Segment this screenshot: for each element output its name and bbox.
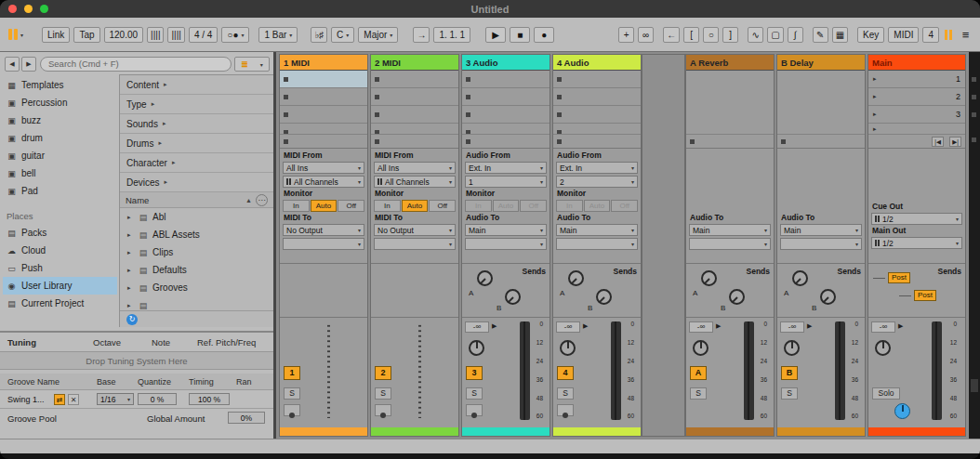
track-header[interactable]: 2 MIDI [371, 55, 458, 71]
volume-field[interactable]: -∞ [780, 321, 804, 333]
input-routing-select[interactable]: Ext. In▾ [556, 162, 638, 174]
solo-button[interactable]: S [375, 387, 391, 400]
pan-knob[interactable] [560, 340, 576, 356]
nudge-up-button[interactable]: |||| [167, 27, 184, 43]
arrangement-position-field[interactable]: 1. 1. 1 [433, 27, 470, 43]
tempo-field[interactable]: 120.00 [104, 27, 144, 43]
record-button[interactable]: ● [534, 27, 554, 43]
volume-field[interactable]: -∞ [556, 321, 580, 333]
track-activator-button[interactable]: A [690, 366, 707, 380]
track-activator-button[interactable]: 1 [284, 366, 300, 380]
track-activator-button[interactable]: 2 [375, 366, 391, 380]
more-options-button[interactable]: ⋯ [256, 194, 268, 206]
clip-slot[interactable] [553, 88, 641, 106]
back-to-arrangement-button[interactable]: |◀ [932, 137, 944, 147]
pan-knob[interactable] [784, 340, 800, 356]
output-channel-select[interactable]: ▾ [465, 238, 547, 250]
track-header[interactable]: 1 MIDI [280, 55, 367, 71]
output-routing-select[interactable]: Main▾ [780, 224, 862, 236]
input-routing-select[interactable]: Ext. In▾ [465, 162, 547, 174]
folder-row-clips[interactable]: ▸▤Clips [120, 243, 273, 261]
clip-slot[interactable] [371, 71, 458, 88]
clip-slot[interactable] [553, 124, 641, 135]
send-b-knob[interactable] [729, 289, 745, 305]
solo-button[interactable]: S [466, 387, 483, 400]
volume-slider-handle[interactable]: ▶ [583, 322, 588, 330]
crossfader-knob[interactable] [894, 403, 910, 419]
input-channel-select[interactable]: All Channels▾ [283, 176, 364, 188]
send-a-knob[interactable] [701, 270, 717, 286]
send-b-knob[interactable] [505, 289, 521, 305]
sidebar-item-buzz[interactable]: ▣buzz [3, 111, 117, 129]
solo-button[interactable]: Solo [872, 387, 900, 400]
output-channel-select[interactable]: ▾ [689, 238, 771, 250]
clip-slot[interactable] [371, 88, 458, 106]
groove-name[interactable]: Swing 1... [7, 395, 45, 404]
solo-button[interactable]: S [284, 387, 300, 400]
solo-button[interactable]: S [690, 387, 707, 400]
groove-timing-field[interactable]: 100 % [189, 393, 230, 405]
minimize-button[interactable] [24, 5, 33, 13]
track-activator-button[interactable]: 3 [466, 366, 483, 380]
track-header[interactable]: A Reverb [686, 55, 774, 71]
pre-post-toggle-b[interactable]: Post [914, 290, 936, 301]
clip-slot[interactable] [280, 106, 367, 124]
send-b-knob[interactable] [820, 289, 836, 305]
sidebar-item-user-library[interactable]: ◉User Library [3, 277, 117, 295]
punch-out-button[interactable]: ] [722, 27, 738, 43]
monitor-in-button[interactable]: In [283, 200, 310, 212]
send-a-knob[interactable] [477, 270, 493, 286]
menu-button[interactable]: ≡ [958, 27, 973, 43]
monitor-auto-button[interactable]: Auto [493, 200, 520, 212]
output-routing-select[interactable]: Main▾ [465, 224, 547, 236]
stop-all-clips-button[interactable]: ▶| [949, 137, 961, 147]
clip-stop-slot[interactable] [280, 135, 367, 149]
clip-slot[interactable] [280, 124, 367, 135]
reenable-automation-button[interactable]: ← [663, 27, 680, 43]
zoom-button[interactable] [40, 5, 48, 13]
clip-slot[interactable] [553, 71, 641, 88]
folder-row-defaults[interactable]: ▸▤Defaults [120, 261, 273, 279]
pan-knob[interactable] [693, 340, 709, 356]
solo-button[interactable]: S [781, 387, 798, 400]
remove-groove-icon[interactable]: ✕ [68, 394, 79, 405]
filter-row-type[interactable]: Type▸ [120, 95, 273, 114]
folder-row-abl[interactable]: ▸▤Abl [120, 208, 273, 226]
output-routing-select[interactable]: No Output▾ [374, 224, 456, 236]
scene-slot[interactable]: ▸ [868, 124, 965, 135]
browser-forward-button[interactable]: ▶ [21, 57, 36, 72]
monitor-auto-button[interactable]: Auto [584, 200, 611, 212]
scene-play-icon[interactable]: ▸ [873, 125, 877, 133]
hot-swap-icon[interactable]: ⇄ [54, 394, 65, 405]
browser-back-button[interactable]: ◀ [5, 57, 20, 72]
play-button[interactable]: ▶ [485, 27, 506, 43]
output-channel-select[interactable]: ▾ [780, 238, 862, 250]
track-activator-button[interactable]: B [781, 366, 798, 380]
track-header[interactable]: Main [868, 55, 965, 71]
name-column-header[interactable]: Name ▲ ⋯ [120, 192, 273, 208]
automation-arm-button[interactable]: ∿ [748, 27, 763, 43]
filter-row-drums[interactable]: Drums▸ [120, 134, 273, 153]
sidebar-item-cloud[interactable]: ☁Cloud [3, 242, 117, 259]
nudge-down-button[interactable]: |||| [147, 27, 164, 43]
send-a-knob[interactable] [792, 270, 808, 286]
filter-row-devices[interactable]: Devices▸ [120, 173, 273, 192]
main-out-select[interactable]: 1/2▾ [871, 237, 962, 249]
sidebar-item-guitar[interactable]: ▣guitar [3, 147, 117, 164]
computer-midi-keyboard-button[interactable]: ▦ [832, 27, 848, 43]
volume-field[interactable]: -∞ [689, 321, 713, 333]
volume-field[interactable]: -∞ [465, 321, 489, 333]
volume-slider-handle[interactable]: ▶ [898, 322, 903, 330]
smooth-curve-button[interactable]: ∫ [788, 27, 803, 43]
scene-play-icon[interactable]: ▸ [873, 93, 877, 100]
track-header[interactable]: 3 Audio [462, 55, 550, 71]
filter-row-character[interactable]: Character▸ [120, 153, 273, 173]
loop-button[interactable]: ○ [703, 27, 719, 43]
sidebar-item-drum[interactable]: ▣drum [3, 129, 117, 147]
solo-button[interactable]: S [557, 387, 574, 400]
follow-button[interactable]: → [413, 27, 430, 43]
search-input[interactable]: Search (Cmd + F) [40, 57, 232, 72]
sidebar-item-percussion[interactable]: ▣Percussion [3, 94, 117, 111]
key-map-button[interactable]: Key [857, 27, 884, 43]
input-routing-select[interactable]: All Ins▾ [283, 162, 364, 174]
